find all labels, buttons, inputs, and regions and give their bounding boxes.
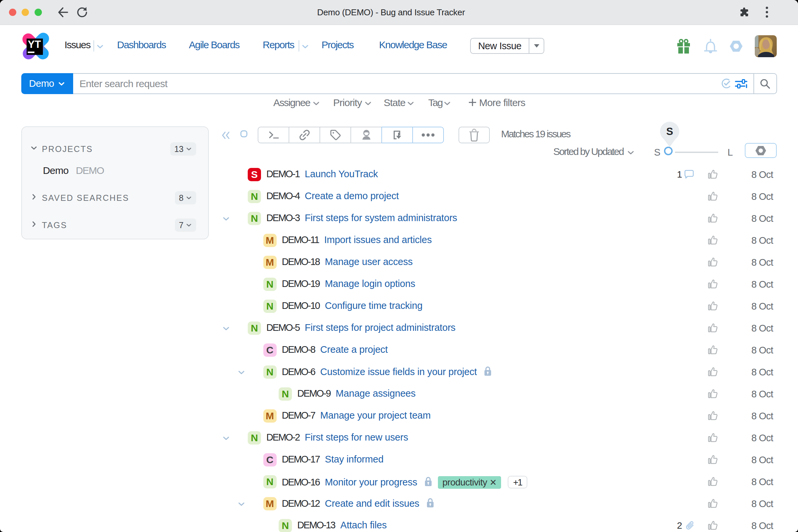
svg-text:YT: YT	[28, 39, 41, 50]
svg-text:S: S	[666, 126, 673, 137]
